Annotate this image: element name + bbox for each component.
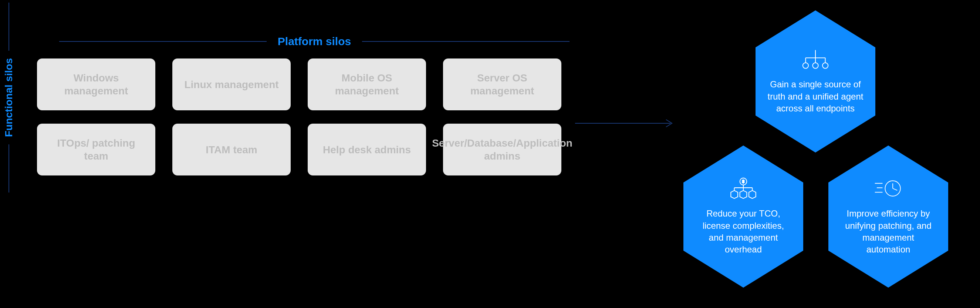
svg-point-7 bbox=[813, 63, 818, 69]
speed-clock-icon bbox=[874, 177, 902, 199]
silo-mobile-os-management: Mobile OS management bbox=[308, 59, 426, 110]
silo-itam-team: ITAM team bbox=[172, 124, 291, 176]
svg-marker-16 bbox=[731, 191, 738, 199]
silo-server-os-management: Server OS management bbox=[443, 59, 562, 110]
y-axis-rule bbox=[8, 3, 9, 51]
hex-single-source: Gain a single source of truth and a unif… bbox=[749, 7, 882, 155]
y-axis-rule bbox=[8, 144, 9, 193]
silo-grid: Windows management Linux management Mobi… bbox=[37, 59, 562, 176]
x-axis-text: Platform silos bbox=[278, 35, 351, 48]
svg-point-6 bbox=[803, 63, 808, 69]
svg-marker-18 bbox=[749, 191, 756, 199]
svg-line-24 bbox=[893, 188, 897, 190]
hex-cluster: Gain a single source of truth and a unif… bbox=[677, 7, 958, 300]
svg-point-8 bbox=[822, 63, 828, 69]
hex-right-text: Improve efficiency by unifying patching,… bbox=[840, 207, 936, 256]
arrow-icon bbox=[575, 118, 675, 129]
silo-help-desk-admins: Help desk admins bbox=[308, 124, 426, 176]
silo-windows-management: Windows management bbox=[37, 59, 155, 110]
y-axis-label: Functional silos bbox=[3, 3, 15, 193]
cost-boxes-icon: $ bbox=[729, 177, 757, 199]
x-axis-label: Platform silos bbox=[59, 35, 570, 48]
y-axis-text: Functional silos bbox=[3, 58, 15, 137]
hex-top-text: Gain a single source of truth and a unif… bbox=[767, 78, 864, 114]
diagram: Functional silos Platform silos Windows … bbox=[0, 0, 980, 308]
silo-linux-management: Linux management bbox=[172, 59, 291, 110]
org-hierarchy-icon bbox=[801, 48, 829, 70]
svg-marker-17 bbox=[740, 191, 747, 199]
silo-server-db-app-admins: Server/Database/Application admins bbox=[443, 124, 562, 176]
silo-itops-patching-team: ITOps/ patching team bbox=[37, 124, 155, 176]
hex-left-text: Reduce your TCO, license complexities, a… bbox=[695, 207, 791, 256]
hex-reduce-tco: $ Reduce your TCO, license complexities,… bbox=[677, 142, 810, 290]
hex-improve-efficiency: Improve efficiency by unifying patching,… bbox=[822, 142, 955, 290]
svg-text:$: $ bbox=[742, 179, 745, 184]
x-axis-rule bbox=[362, 41, 570, 42]
x-axis-rule bbox=[59, 41, 267, 42]
